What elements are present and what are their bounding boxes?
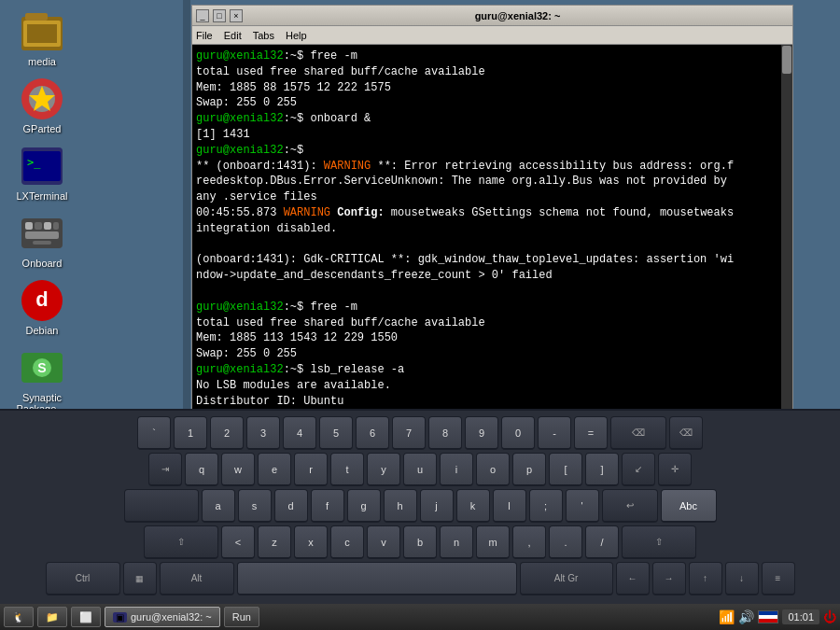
keyboard-row-3: a s d f g h j k l ; ' ↩ Abc [4,489,836,523]
terminal-body[interactable]: guru@xenial32:~$ free -m total used free… [192,45,792,447]
key-enter[interactable]: ↩ [602,489,658,523]
key-space[interactable] [237,562,517,595]
key-x[interactable]: x [294,525,328,559]
taskbar-files-button[interactable]: 📁 [37,607,67,627]
key-k[interactable]: k [456,489,490,523]
key-3[interactable]: 3 [246,416,280,450]
key-b[interactable]: b [403,525,437,559]
key-s[interactable]: s [238,489,272,523]
key-d[interactable]: d [274,489,308,523]
key-arrow-up[interactable]: ↑ [689,562,722,595]
key-i[interactable]: i [440,453,473,486]
key-1[interactable]: 1 [174,416,207,450]
onboard-icon [20,211,64,256]
key-4[interactable]: 4 [283,416,316,450]
menu-file[interactable]: File [196,30,213,41]
key-5[interactable]: 5 [319,416,353,450]
taskbar: 🐧 📁 ⬜ ▣ guru@xenial32: ~ Run 📶 🔊 01:01 ⏻ [0,604,840,630]
media-icon [20,9,64,54]
key-q[interactable]: q [185,453,218,486]
key-comma[interactable]: , [512,525,546,559]
key-arrow-down[interactable]: ↓ [725,562,759,595]
key-mouse-icon[interactable]: ↙ [622,453,655,486]
icon-debian[interactable]: d Debian [9,278,75,336]
key-abc[interactable]: Abc [661,489,717,523]
language-flag[interactable] [758,610,778,623]
icon-lxterminal[interactable]: >_ LXTerminal [9,144,75,202]
key-semicolon[interactable]: ; [529,489,563,523]
taskbar-start-button[interactable]: 🐧 [4,607,34,627]
icon-onboard[interactable]: Onboard [9,211,75,269]
key-e[interactable]: e [258,453,291,486]
close-button[interactable]: × [230,9,243,22]
key-menu[interactable]: ≡ [762,562,795,595]
onscreen-keyboard: ` 1 2 3 4 5 6 7 8 9 0 - = ⌫ ⌫ ⇥ q w e r … [0,409,840,604]
menu-edit[interactable]: Edit [224,30,242,41]
key-a[interactable]: a [202,489,235,523]
key-r[interactable]: r [294,453,328,486]
terminal-menubar: File Edit Tabs Help [192,26,792,45]
key-slash[interactable]: / [585,525,619,559]
key-6[interactable]: 6 [356,416,389,450]
key-t[interactable]: t [330,453,364,486]
key-p[interactable]: p [512,453,546,486]
key-arrow-left[interactable]: ← [616,562,650,595]
taskbar-terminal-button[interactable]: ▣ guru@xenial32: ~ [105,607,220,627]
key-caps[interactable] [124,489,199,523]
key-shift-right[interactable]: ⇧ [622,525,696,559]
taskbar-run-button[interactable]: Run [224,607,259,627]
key-v[interactable]: v [367,525,400,559]
key-w[interactable]: w [221,453,255,486]
key-ctrl[interactable]: Ctrl [46,562,120,595]
scrollbar-thumb[interactable] [782,46,791,74]
icon-synaptic[interactable]: S Synaptic Package ... [9,345,75,414]
key-h[interactable]: h [384,489,417,523]
key-backtick[interactable]: ` [137,416,171,450]
key-0[interactable]: 0 [501,416,535,450]
start-icon: 🐧 [12,611,25,623]
key-u[interactable]: u [403,453,437,486]
menu-help[interactable]: Help [286,30,307,41]
key-l[interactable]: l [493,489,526,523]
key-j[interactable]: j [420,489,454,523]
key-backspace2[interactable]: ⌫ [669,416,703,450]
key-fn[interactable]: ▦ [123,562,157,595]
key-8[interactable]: 8 [428,416,462,450]
key-minus[interactable]: - [538,416,571,450]
icon-media[interactable]: media [9,9,75,67]
key-tab[interactable]: ⇥ [148,453,182,486]
key-period[interactable]: . [549,525,582,559]
key-g[interactable]: g [347,489,381,523]
key-quote[interactable]: ' [566,489,599,523]
icon-gparted[interactable]: GParted [9,77,75,134]
menu-tabs[interactable]: Tabs [253,30,274,41]
maximize-button[interactable]: □ [213,9,226,22]
lxterminal-label: LXTerminal [16,190,67,202]
key-arrow-right[interactable]: → [652,562,686,595]
key-lt[interactable]: < [221,525,255,559]
key-z[interactable]: z [258,525,291,559]
resize-handle[interactable] [183,0,190,448]
volume-icon: 🔊 [738,609,754,624]
taskbar-app-button[interactable]: ⬜ [71,607,101,627]
key-shift-left[interactable]: ⇧ [144,525,218,559]
key-y[interactable]: y [367,453,400,486]
key-o[interactable]: o [476,453,510,486]
key-f[interactable]: f [311,489,344,523]
minimize-button[interactable]: _ [196,9,209,22]
key-equals[interactable]: = [574,416,608,450]
key-9[interactable]: 9 [465,416,498,450]
key-c[interactable]: c [330,525,364,559]
key-cross-icon[interactable]: ✛ [658,453,692,486]
key-alt-left[interactable]: Alt [160,562,234,595]
key-m[interactable]: m [476,525,510,559]
key-n[interactable]: n [440,525,473,559]
terminal-scrollbar[interactable] [781,45,792,449]
key-altgr[interactable]: Alt Gr [520,562,613,595]
key-rbracket[interactable]: ] [585,453,619,486]
key-backspace[interactable]: ⌫ [610,416,666,450]
key-7[interactable]: 7 [392,416,426,450]
gparted-label: GParted [23,123,62,134]
key-lbracket[interactable]: [ [549,453,582,486]
key-2[interactable]: 2 [210,416,244,450]
